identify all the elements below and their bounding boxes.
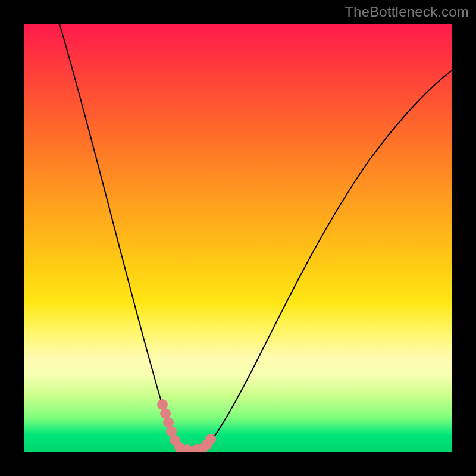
- chart-frame: TheBottleneck.com: [0, 0, 476, 476]
- svg-point-10: [205, 434, 216, 444]
- watermark-text: TheBottleneck.com: [345, 4, 469, 20]
- bottleneck-curve-right: [202, 70, 452, 451]
- optimal-region-markers: [157, 399, 216, 452]
- plot-area: [24, 24, 452, 452]
- bottleneck-curve-left: [60, 24, 180, 451]
- curve-layer: [24, 24, 452, 452]
